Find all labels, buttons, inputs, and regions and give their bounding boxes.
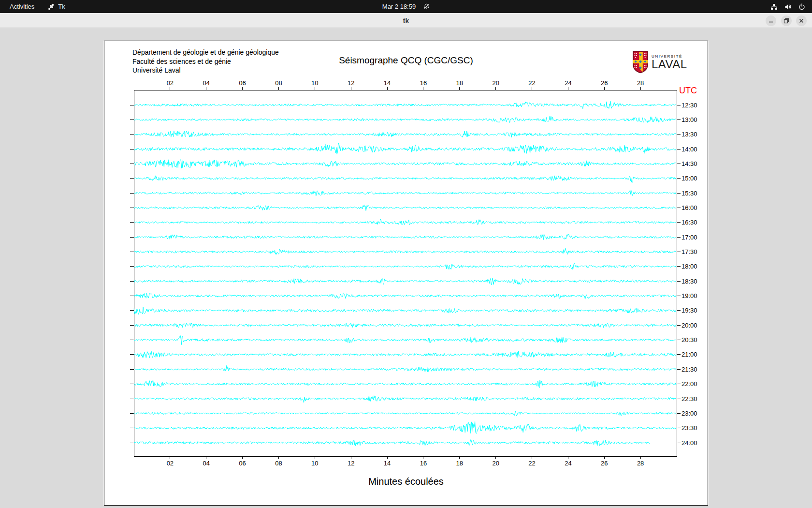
seismogram-trace [134,160,676,168]
seismogram-trace [134,421,676,433]
x-axis-title: Minutes écoulées [104,476,708,487]
x-tick-label-top: 06 [239,79,246,87]
x-tick-label-bottom: 18 [456,460,463,467]
seismogram-trace [134,176,676,182]
x-tick-label-top: 16 [420,79,427,87]
trace-time-label: 13:00 [682,116,697,123]
helicorder-plot: 0202040406060808101012121414161618182020… [104,41,709,506]
x-tick-label-top: 28 [637,79,644,87]
trace-time-label: 16:00 [682,204,697,211]
system-status-area[interactable] [770,0,812,13]
seismogram-trace [134,143,676,154]
x-tick-label-top: 24 [565,79,571,87]
clock[interactable]: Mar 2 18:59 [382,3,416,10]
seismogram-trace [134,278,676,285]
notifications-muted-icon [423,3,430,10]
trace-time-label: 14:00 [682,146,697,153]
window-title: tk [0,13,812,28]
trace-time-label: 22:30 [682,395,697,403]
trace-time-label: 24:00 [682,439,697,447]
x-tick-label-bottom: 12 [348,460,354,467]
seismogram-trace [134,263,676,270]
x-tick-label-bottom: 04 [203,460,209,467]
plot-border [134,90,677,456]
x-tick-label-bottom: 22 [528,460,535,467]
x-tick-label-bottom: 24 [565,460,571,467]
seismograph-canvas: Département de géologie et de génie géol… [104,41,708,506]
trace-time-label: 15:30 [682,190,697,197]
seismogram-trace [134,219,676,225]
wired-network-icon [770,3,778,10]
app-workspace: Département de géologie et de génie géol… [0,28,812,508]
trace-time-label: 16:30 [682,219,697,226]
x-tick-label-bottom: 20 [492,460,499,467]
close-button[interactable] [796,15,807,26]
power-icon [798,3,805,10]
trace-time-label: 17:30 [682,248,697,255]
x-tick-label-bottom: 02 [167,460,174,467]
trace-time-label: 19:30 [682,307,697,314]
tk-app-icon [48,3,55,10]
trace-time-label: 18:30 [682,278,697,285]
seismogram-trace [134,190,676,196]
x-tick-label-top: 10 [311,79,318,87]
maximize-button[interactable] [781,15,792,26]
trace-time-label: 20:00 [682,322,697,329]
seismogram-trace [134,205,676,210]
trace-time-label: 18:00 [682,263,697,270]
x-tick-label-top: 04 [203,79,209,87]
seismogram-trace [134,307,676,314]
focused-app-label: Tk [58,3,65,10]
seismogram-trace [134,101,676,108]
volume-icon [784,3,792,10]
x-tick-label-bottom: 10 [311,460,318,467]
trace-time-label: 13:30 [682,131,697,138]
seismogram-trace [134,396,676,403]
trace-time-label: 17:00 [682,234,697,241]
x-tick-label-bottom: 26 [601,460,608,467]
seismogram-trace [134,323,676,328]
trace-time-label: 14:30 [682,160,697,167]
x-tick-label-top: 26 [601,79,608,87]
gnome-top-bar: Activities Tk Mar 2 18:59 [0,0,812,13]
seismogram-trace [134,411,676,416]
trace-time-label: 12:30 [682,102,697,109]
window-titlebar[interactable]: tk [0,13,812,28]
trace-time-label: 21:00 [682,351,697,358]
minimize-button[interactable] [766,15,776,26]
activities-button[interactable]: Activities [10,3,34,10]
x-tick-label-top: 12 [348,79,354,87]
x-tick-label-bottom: 16 [420,460,427,467]
x-tick-label-top: 18 [456,79,463,87]
x-tick-label-top: 22 [528,79,535,87]
x-tick-label-bottom: 06 [239,460,246,467]
x-tick-label-bottom: 14 [384,460,391,467]
seismogram-trace [134,336,676,345]
seismogram-trace [134,116,676,123]
trace-time-label: 15:00 [682,175,697,182]
trace-time-label: 21:30 [682,366,697,373]
x-tick-label-top: 08 [275,79,282,87]
x-tick-label-bottom: 08 [275,460,282,467]
x-tick-label-bottom: 28 [637,460,644,467]
seismogram-trace [134,248,676,254]
seismogram-trace [134,351,676,358]
trace-time-label: 22:00 [682,380,697,388]
x-tick-label-top: 20 [492,79,499,87]
x-tick-label-top: 02 [167,79,174,87]
trace-time-label: 23:00 [682,410,697,417]
trace-time-label: 23:30 [682,424,697,432]
seismogram-trace [134,131,676,137]
seismogram-trace [134,293,676,299]
focused-app-menu[interactable]: Tk [48,3,65,10]
x-tick-label-top: 14 [384,79,391,87]
trace-time-label: 19:00 [682,292,697,299]
trace-time-label: 20:30 [682,336,697,344]
seismogram-trace [134,380,676,388]
seismogram-trace [134,234,676,240]
seismogram-trace [134,439,650,446]
seismogram-trace [134,365,676,372]
